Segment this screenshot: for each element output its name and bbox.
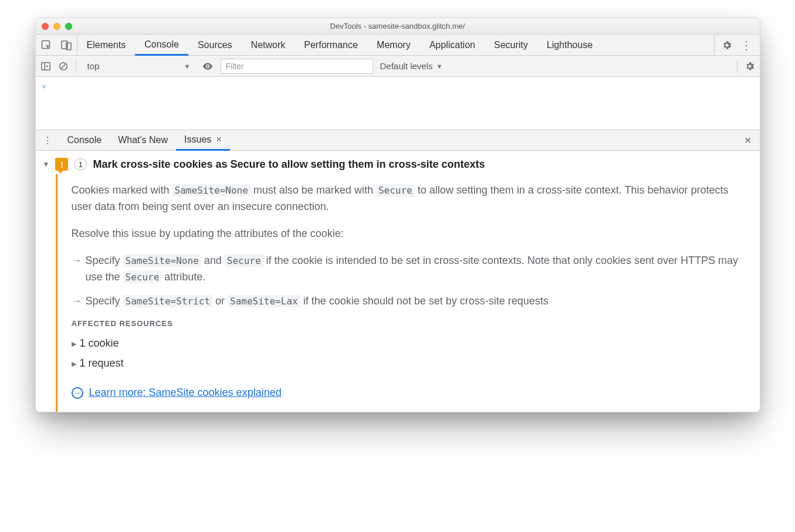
code-token: SameSite=None: [172, 184, 251, 196]
titlebar: DevTools - samesite-sandbox.glitch.me/: [36, 18, 760, 35]
tab-console[interactable]: Console: [135, 35, 188, 56]
arrow-right-icon: →: [72, 253, 82, 286]
learn-more-link[interactable]: Learn more: SameSite cookies explained: [89, 385, 282, 401]
close-tab-icon[interactable]: ×: [216, 134, 221, 145]
console-sidebar-toggle-icon[interactable]: [40, 61, 51, 72]
devtools-window: DevTools - samesite-sandbox.glitch.me/ E…: [35, 18, 760, 412]
chevron-down-icon: ▼: [184, 63, 191, 70]
expand-triangle-icon: ▶: [72, 359, 76, 369]
execution-context-selector[interactable]: top ▼: [83, 59, 195, 73]
minimize-window-button[interactable]: [53, 23, 60, 30]
console-prompt-icon: ›: [42, 82, 46, 91]
close-drawer-icon[interactable]: ×: [736, 134, 760, 147]
code-token: Secure: [123, 271, 162, 283]
drawer-tab-whatsnew[interactable]: What's New: [110, 130, 176, 150]
code-token: SameSite=None: [123, 255, 201, 267]
console-output[interactable]: ›: [36, 77, 760, 130]
main-tab-strip: Elements Console Sources Network Perform…: [36, 35, 760, 56]
tab-performance[interactable]: Performance: [295, 35, 367, 55]
code-token: SameSite=Lax: [228, 295, 300, 307]
issue-count-badge: 1: [74, 158, 87, 170]
code-token: SameSite=Strict: [123, 295, 213, 307]
collapse-triangle-icon: ▼: [43, 160, 50, 168]
affected-resource-row[interactable]: ▶ 1 cookie: [72, 336, 749, 352]
issue-description: Cookies marked with SameSite=None must a…: [72, 182, 749, 215]
drawer-tab-console[interactable]: Console: [59, 130, 110, 150]
close-window-button[interactable]: [42, 23, 49, 30]
tab-memory[interactable]: Memory: [367, 35, 420, 55]
tab-sources[interactable]: Sources: [188, 35, 242, 55]
expand-triangle-icon: ▶: [72, 339, 76, 349]
issue-resolution-step: → Specify SameSite=Strict or SameSite=La…: [72, 293, 749, 310]
tab-network[interactable]: Network: [242, 35, 295, 55]
window-controls: [42, 23, 72, 30]
svg-line-7: [60, 63, 66, 69]
issue-body: Cookies marked with SameSite=None must a…: [56, 174, 760, 412]
inspect-element-icon[interactable]: [40, 39, 52, 51]
drawer-tab-issues[interactable]: Issues ×: [176, 131, 230, 151]
clear-console-icon[interactable]: [58, 61, 69, 72]
issue-title: Mark cross-site cookies as Secure to all…: [93, 158, 485, 171]
tab-elements[interactable]: Elements: [77, 35, 136, 55]
settings-icon[interactable]: [722, 40, 732, 50]
code-token: Secure: [376, 184, 415, 196]
zoom-window-button[interactable]: [65, 23, 72, 30]
drawer-more-icon[interactable]: ⋮: [36, 135, 59, 146]
issue-header[interactable]: ▼ ! 1 Mark cross-site cookies as Secure …: [36, 151, 760, 174]
issue-resolution-step: → Specify SameSite=None and Secure if th…: [72, 253, 749, 286]
console-toolbar: top ▼ Default levels ▼: [36, 56, 760, 77]
svg-point-8: [207, 65, 208, 67]
learn-more-row: → Learn more: SameSite cookies explained: [72, 385, 749, 401]
console-settings-icon[interactable]: [745, 61, 755, 72]
device-toolbar-icon[interactable]: [60, 39, 72, 51]
tab-application[interactable]: Application: [420, 35, 485, 55]
log-levels-selector[interactable]: Default levels ▼: [380, 61, 443, 71]
arrow-right-icon: →: [72, 293, 82, 310]
window-title: DevTools - samesite-sandbox.glitch.me/: [36, 22, 760, 31]
affected-resource-row[interactable]: ▶ 1 request: [72, 355, 749, 372]
tab-security[interactable]: Security: [485, 35, 537, 55]
svg-marker-5: [46, 65, 48, 67]
filter-input[interactable]: [221, 59, 373, 74]
live-expression-icon[interactable]: [202, 60, 214, 72]
issue-resolution-intro: Resolve this issue by updating the attri…: [72, 226, 749, 242]
svg-rect-3: [41, 62, 49, 70]
affected-resources-heading: AFFECTED RESOURCES: [72, 318, 749, 330]
code-token: Secure: [225, 255, 263, 267]
drawer-tab-strip: ⋮ Console What's New Issues × ×: [36, 130, 760, 151]
more-options-icon[interactable]: ⋮: [740, 38, 753, 52]
breaking-change-icon: !: [55, 158, 68, 171]
tab-lighthouse[interactable]: Lighthouse: [537, 35, 602, 55]
chevron-down-icon: ▼: [437, 63, 443, 70]
link-arrow-icon: →: [72, 387, 83, 399]
